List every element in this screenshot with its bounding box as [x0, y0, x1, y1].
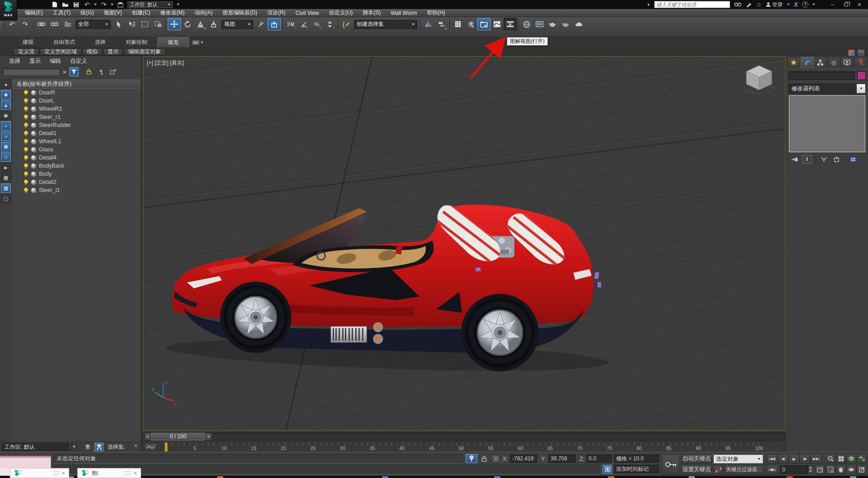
scene-object-row[interactable]: Steer_r1: [13, 113, 140, 121]
ribbon-tab-object-paint[interactable]: 对象绘制: [116, 37, 157, 47]
tab-create-icon[interactable]: [787, 57, 801, 68]
display-filter-icon[interactable]: ◉: [1, 111, 11, 120]
ribbon-button[interactable]: 定义空闲区域: [40, 48, 81, 56]
workspace-dropdown-arrow[interactable]: [71, 443, 77, 451]
pick-add-icon[interactable]: [96, 67, 106, 76]
ribbon-button[interactable]: 显示: [103, 48, 123, 56]
transform-typein-toggle-icon[interactable]: [491, 455, 501, 463]
object-color-swatch[interactable]: [857, 71, 866, 80]
filter-icon[interactable]: [69, 67, 79, 76]
display-filter-icon[interactable]: ▦: [1, 173, 11, 183]
visibility-bulb-icon[interactable]: [24, 131, 28, 136]
rectangular-selection-region-icon[interactable]: [138, 18, 151, 30]
x-coordinate-field[interactable]: -782.419: [510, 455, 537, 463]
ribbon-tab-selection[interactable]: 选择: [85, 37, 116, 47]
visibility-bulb-icon[interactable]: [24, 163, 28, 169]
visibility-bulb-icon[interactable]: [24, 122, 28, 128]
menu-item[interactable]: 动画(A): [189, 9, 217, 17]
display-filter-icon[interactable]: ▩: [1, 183, 11, 193]
menu-item[interactable]: Civil View: [291, 9, 324, 17]
workspace-menu-icon[interactable]: [177, 4, 179, 5]
layer-stack-icon[interactable]: [83, 443, 92, 451]
help-icon[interactable]: ?: [802, 1, 808, 8]
display-filter-icon[interactable]: ▢: [1, 194, 11, 203]
select-object-icon[interactable]: [112, 18, 125, 30]
show-end-result-icon[interactable]: Ⅱ: [802, 155, 811, 164]
display-filter-icon[interactable]: ≈: [1, 131, 11, 141]
visibility-bulb-icon[interactable]: [24, 171, 28, 177]
menu-item[interactable]: Wall Worm: [386, 9, 422, 17]
menu-item[interactable]: 组(G): [75, 9, 99, 17]
y-coordinate-field[interactable]: 39.708: [548, 455, 576, 463]
spinner-snap-icon[interactable]: [323, 18, 336, 30]
select-and-place-icon[interactable]: [207, 18, 220, 30]
menu-item[interactable]: 脚本(S): [358, 9, 386, 17]
play-button[interactable]: ▶: [789, 454, 799, 464]
save-icon[interactable]: [72, 1, 80, 8]
edit-named-selection-sets-icon[interactable]: {: [340, 18, 353, 30]
select-and-manipulate-button[interactable]: [268, 18, 281, 30]
scene-object-row[interactable]: Steer_l1: [13, 186, 140, 194]
set-keys-button[interactable]: [662, 454, 680, 474]
add-time-tag-field[interactable]: 添加时间标记: [614, 465, 659, 473]
remove-modifier-icon[interactable]: [832, 155, 841, 164]
previous-frame-button[interactable]: ◀|: [778, 454, 788, 464]
visibility-bulb-icon[interactable]: [24, 155, 28, 161]
select-and-move-button[interactable]: [168, 18, 181, 30]
key-mode-toggle-button[interactable]: |◀▶|: [766, 465, 778, 474]
clear-search-icon[interactable]: ×: [63, 69, 66, 75]
percent-snap-icon[interactable]: %: [310, 18, 323, 30]
undo-icon[interactable]: ↶: [83, 1, 91, 8]
ribbon-config-dropdown[interactable]: [192, 37, 203, 47]
menu-item[interactable]: 创建(C): [127, 9, 156, 17]
render-iterative-icon[interactable]: [559, 18, 572, 30]
align-icon[interactable]: [435, 18, 448, 30]
tab-utilities-icon[interactable]: [854, 57, 868, 68]
mirror-icon[interactable]: [422, 18, 435, 30]
panel-mini-icon-1[interactable]: [848, 50, 855, 56]
tab-display-icon[interactable]: [840, 57, 854, 68]
explorer-sort-header[interactable]: 名称(按年龄升序排序): [13, 80, 140, 89]
favorites-star-icon[interactable]: ☆: [756, 1, 762, 8]
zoom-extents-icon[interactable]: [846, 454, 856, 464]
toolbar-grip[interactable]: [1, 19, 4, 30]
time-marker[interactable]: [165, 442, 168, 452]
ribbon-button[interactable]: 定义流: [14, 48, 39, 56]
render-setup-icon[interactable]: [520, 18, 533, 30]
close-button[interactable]: ×: [853, 0, 866, 9]
go-to-start-button[interactable]: |◀◀: [766, 454, 778, 464]
scene-object-row[interactable]: DoorR: [13, 89, 140, 97]
close-icon[interactable]: ×: [133, 470, 137, 477]
time-slider-handle[interactable]: 0 / 100: [151, 433, 205, 441]
select-and-link-icon[interactable]: [35, 18, 48, 30]
explorer-menu-item[interactable]: 显示: [26, 57, 44, 65]
ribbon-tab-freeform[interactable]: 自由形式: [43, 37, 85, 47]
zoom-icon[interactable]: [826, 454, 835, 464]
display-filter-icon[interactable]: ◇: [1, 152, 11, 162]
key-curve-icon[interactable]: [713, 465, 723, 474]
minimize-button[interactable]: –: [826, 0, 839, 9]
menu-item[interactable]: 渲染(R): [262, 9, 291, 17]
3dsmax-logo[interactable]: MAX: [0, 0, 17, 20]
orbit-icon[interactable]: [846, 465, 856, 474]
time-tag-icon[interactable]: [603, 465, 612, 474]
auto-key-button[interactable]: 自动关键点: [681, 454, 712, 464]
visibility-bulb-icon[interactable]: [24, 187, 28, 193]
sign-in-icon[interactable]: 登录: [766, 1, 783, 9]
maximize-viewport-toggle-icon[interactable]: [857, 465, 867, 474]
scene-object-row[interactable]: Body: [13, 170, 140, 178]
help-dropdown-icon[interactable]: [812, 4, 815, 5]
expand-search-icon[interactable]: [647, 3, 650, 7]
pin-stack-icon[interactable]: [790, 155, 799, 164]
key-filters-button[interactable]: 关键点过滤器...: [724, 465, 763, 474]
named-selection-sets-dropdown[interactable]: 创建选择集: [354, 20, 417, 29]
toggle-scene-explorer-button[interactable]: [477, 18, 491, 30]
display-filter-icon[interactable]: ▣: [1, 142, 11, 151]
communication-center-icon[interactable]: [745, 2, 752, 8]
viewcube[interactable]: [742, 63, 775, 95]
scene-object-row[interactable]: Detail4: [13, 154, 140, 162]
panel-mini-icon-2[interactable]: [858, 50, 864, 56]
unlink-selection-icon[interactable]: [48, 18, 61, 30]
scene-explorer-toggle-icon[interactable]: [94, 443, 104, 451]
object-name-field[interactable]: [788, 71, 855, 80]
